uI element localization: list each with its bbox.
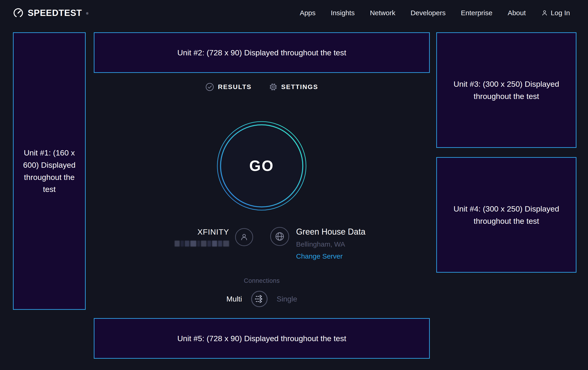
top-nav-bar: SPEEDTEST ® Apps Insights Network Develo…	[0, 0, 588, 26]
isp-name: XFINITY	[175, 228, 229, 236]
login-button[interactable]: Log In	[541, 9, 570, 17]
ad-unit-1[interactable]: Unit #1: (160 x 600) Displayed throughou…	[13, 32, 86, 310]
nav-item-insights[interactable]: Insights	[331, 9, 355, 17]
tab-results-label: RESULTS	[218, 83, 252, 91]
host-info: XFINITY	[171, 228, 253, 247]
tab-bar: RESULTS SETTINGS	[94, 83, 430, 91]
go-button-label: GO	[217, 121, 307, 211]
connections-option-multi[interactable]: Multi	[226, 295, 242, 303]
speedtest-logo[interactable]: SPEEDTEST ®	[13, 8, 88, 18]
ad-unit-4-text: Unit #4: (300 x 250) Displayed throughou…	[453, 203, 560, 227]
go-button[interactable]: GO	[217, 121, 307, 211]
gear-icon	[269, 83, 278, 91]
globe-icon	[275, 231, 285, 241]
trademark-mark: ®	[86, 12, 88, 15]
connections-toggle-icon[interactable]	[251, 290, 268, 308]
ad-unit-1-text: Unit #1: (160 x 600) Displayed throughou…	[22, 147, 77, 195]
ad-unit-2-text: Unit #2: (728 x 90) Displayed throughout…	[177, 47, 346, 59]
login-label: Log In	[551, 9, 570, 17]
user-icon	[541, 10, 548, 16]
main-nav: Apps Insights Network Developers Enterpr…	[300, 9, 570, 17]
ad-unit-5[interactable]: Unit #5: (728 x 90) Displayed throughout…	[94, 318, 430, 359]
ip-address-redacted	[175, 240, 229, 247]
nav-item-enterprise[interactable]: Enterprise	[461, 9, 492, 17]
connections-heading: Connections	[94, 277, 430, 284]
tab-settings[interactable]: SETTINGS	[269, 83, 318, 91]
ad-unit-4[interactable]: Unit #4: (300 x 250) Displayed throughou…	[436, 157, 577, 273]
user-icon	[240, 233, 249, 241]
ad-unit-5-text: Unit #5: (728 x 90) Displayed throughout…	[177, 332, 346, 345]
ad-unit-3-text: Unit #3: (300 x 250) Displayed throughou…	[453, 78, 560, 102]
server-info: Green House Data Bellingham, WA Change S…	[270, 227, 365, 260]
brand-name: SPEEDTEST	[28, 8, 82, 18]
nav-item-apps[interactable]: Apps	[300, 9, 315, 17]
check-circle-icon	[205, 83, 214, 91]
server-location: Bellingham, WA	[296, 240, 365, 248]
server-avatar	[270, 227, 289, 246]
nav-item-developers[interactable]: Developers	[411, 9, 446, 17]
change-server-link[interactable]: Change Server	[296, 252, 343, 260]
connections-section: Connections Multi Single	[94, 277, 430, 308]
server-name: Green House Data	[296, 227, 365, 237]
ad-unit-3[interactable]: Unit #3: (300 x 250) Displayed throughou…	[436, 32, 577, 148]
tab-results[interactable]: RESULTS	[205, 83, 252, 91]
connections-option-single[interactable]: Single	[277, 295, 297, 303]
isp-avatar	[235, 228, 253, 246]
speedtest-page: SPEEDTEST ® Apps Insights Network Develo…	[0, 0, 588, 370]
ad-unit-2[interactable]: Unit #2: (728 x 90) Displayed throughout…	[94, 32, 430, 73]
gauge-icon	[13, 8, 23, 18]
tab-settings-label: SETTINGS	[281, 83, 318, 91]
nav-item-network[interactable]: Network	[370, 9, 395, 17]
nav-item-about[interactable]: About	[508, 9, 526, 17]
